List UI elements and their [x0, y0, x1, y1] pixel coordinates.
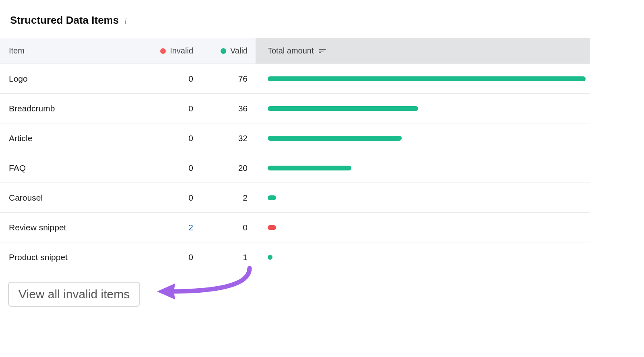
header-valid[interactable]: Valid — [193, 38, 256, 64]
section-title: Structured Data Items — [10, 14, 119, 27]
row-total-bar — [256, 106, 590, 111]
bar-valid-segment — [268, 136, 402, 141]
bar-invalid-segment — [268, 225, 276, 230]
row-invalid-value: 0 — [145, 193, 193, 203]
row-item-name: Article — [0, 133, 145, 143]
header-invalid[interactable]: Invalid — [145, 38, 193, 64]
table-row[interactable]: Logo076 — [0, 64, 590, 94]
header-valid-label: Valid — [230, 46, 248, 55]
row-invalid-value: 0 — [145, 104, 193, 113]
row-valid-value: 0 — [193, 223, 256, 232]
table-row[interactable]: Article032 — [0, 123, 590, 153]
invalid-dot-icon — [160, 48, 166, 54]
structured-data-table: Item Invalid Valid Total amount — [0, 38, 590, 272]
bar-valid-segment — [268, 76, 586, 81]
header-total[interactable]: Total amount — [256, 38, 590, 64]
table-header: Item Invalid Valid Total amount — [0, 38, 590, 64]
row-valid-value: 36 — [193, 104, 256, 113]
row-invalid-value: 0 — [145, 252, 193, 262]
row-invalid-value: 0 — [145, 163, 193, 173]
valid-dot-icon — [221, 48, 226, 54]
table-row[interactable]: Review snippet20 — [0, 213, 590, 242]
sort-desc-icon[interactable] — [319, 49, 326, 53]
header-item-label: Item — [9, 46, 25, 55]
row-total-bar — [256, 195, 590, 200]
table-row[interactable]: FAQ020 — [0, 153, 590, 183]
table-footer: View all invalid items — [0, 272, 590, 307]
row-total-bar — [256, 136, 590, 141]
row-item-name: Breadcrumb — [0, 104, 145, 113]
header-total-label: Total amount — [268, 46, 314, 55]
row-valid-value: 76 — [193, 74, 256, 84]
row-total-bar — [256, 255, 590, 260]
row-valid-value: 2 — [193, 193, 256, 203]
header-item[interactable]: Item — [0, 38, 145, 64]
row-item-name: Review snippet — [0, 223, 145, 232]
row-invalid-value: 0 — [145, 74, 193, 84]
bar-valid-segment — [268, 195, 276, 200]
row-total-bar — [256, 76, 590, 81]
row-valid-value: 20 — [193, 163, 256, 173]
table-row[interactable]: Carousel02 — [0, 183, 590, 213]
bar-valid-segment — [268, 106, 418, 111]
header-invalid-label: Invalid — [170, 46, 193, 55]
table-row[interactable]: Product snippet01 — [0, 242, 590, 272]
info-icon[interactable]: i — [124, 17, 127, 25]
row-invalid-value[interactable]: 2 — [145, 223, 193, 232]
row-item-name: Product snippet — [0, 252, 145, 262]
row-item-name: Logo — [0, 74, 145, 84]
bar-valid-segment — [268, 166, 351, 170]
view-all-invalid-button[interactable]: View all invalid items — [8, 282, 140, 307]
row-item-name: Carousel — [0, 193, 145, 203]
row-total-bar — [256, 225, 590, 230]
row-total-bar — [256, 166, 590, 170]
row-valid-value: 32 — [193, 133, 256, 143]
table-row[interactable]: Breadcrumb036 — [0, 94, 590, 123]
section-title-wrap: Structured Data Items i — [0, 14, 590, 38]
row-item-name: FAQ — [0, 163, 145, 173]
row-valid-value: 1 — [193, 252, 256, 262]
row-invalid-value: 0 — [145, 133, 193, 143]
bar-valid-segment — [268, 255, 272, 260]
